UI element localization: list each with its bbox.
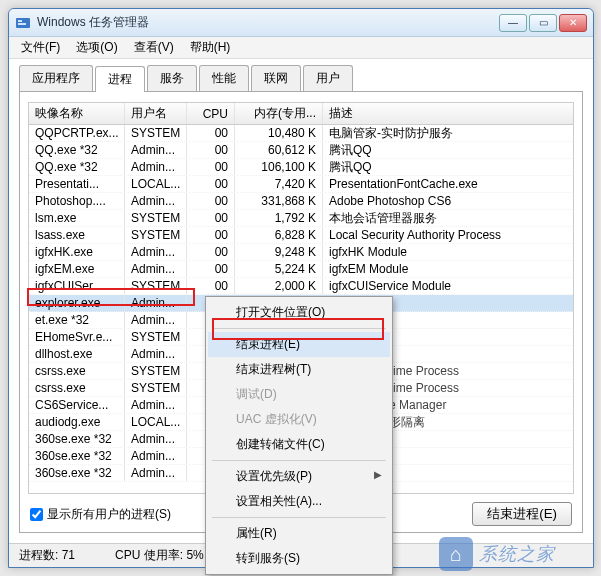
cell-name: CS6Service... <box>29 397 125 413</box>
cell-cpu: 00 <box>187 261 235 277</box>
table-row[interactable]: Presentati...LOCAL...007,420 KPresentati… <box>29 176 573 193</box>
col-memory[interactable]: 内存(专用... <box>235 103 323 124</box>
cell-name: lsass.exe <box>29 227 125 243</box>
col-description[interactable]: 描述 <box>323 103 573 124</box>
status-cpu: CPU 使用率: 5% <box>115 547 204 564</box>
menu-help[interactable]: 帮助(H) <box>182 37 239 58</box>
cell-cpu: 00 <box>187 278 235 294</box>
cell-cpu: 00 <box>187 193 235 209</box>
context-menu-item[interactable]: 设置相关性(A)... <box>208 489 390 514</box>
cell-user: SYSTEM <box>125 227 187 243</box>
cell-name: explorer.exe <box>29 295 125 311</box>
cell-mem: 106,100 K <box>235 159 323 175</box>
context-menu: 打开文件位置(O)结束进程(E)结束进程树(T)调试(D)UAC 虚拟化(V)创… <box>205 296 393 575</box>
tab-processes[interactable]: 进程 <box>95 66 145 92</box>
col-cpu[interactable]: CPU <box>187 103 235 124</box>
cell-user: Admin... <box>125 193 187 209</box>
cell-user: Admin... <box>125 244 187 260</box>
cell-name: igfxCUISer... <box>29 278 125 294</box>
table-row[interactable]: Photoshop....Admin...00331,868 KAdobe Ph… <box>29 193 573 210</box>
show-all-users-checkbox[interactable]: 显示所有用户的进程(S) <box>30 506 171 523</box>
cell-name: csrss.exe <box>29 363 125 379</box>
col-image-name[interactable]: 映像名称 <box>29 103 125 124</box>
cell-name: audiodg.exe <box>29 414 125 430</box>
menu-options[interactable]: 选项(O) <box>68 37 125 58</box>
cell-user: SYSTEM <box>125 278 187 294</box>
cell-name: QQ.exe *32 <box>29 142 125 158</box>
cell-cpu: 00 <box>187 210 235 226</box>
context-menu-item: UAC 虚拟化(V) <box>208 407 390 432</box>
app-icon <box>15 15 31 31</box>
cell-mem: 7,420 K <box>235 176 323 192</box>
context-menu-item[interactable]: 转到服务(S) <box>208 546 390 571</box>
context-menu-item[interactable]: 结束进程树(T) <box>208 357 390 382</box>
minimize-button[interactable]: — <box>499 14 527 32</box>
cell-name: igfxEM.exe <box>29 261 125 277</box>
table-row[interactable]: igfxEM.exeAdmin...005,224 KigfxEM Module <box>29 261 573 278</box>
menu-file[interactable]: 文件(F) <box>13 37 68 58</box>
cell-mem: 331,868 K <box>235 193 323 209</box>
show-all-users-input[interactable] <box>30 508 43 521</box>
cell-cpu: 00 <box>187 142 235 158</box>
cell-user: Admin... <box>125 142 187 158</box>
cell-desc: 电脑管家-实时防护服务 <box>323 125 573 141</box>
cell-cpu: 00 <box>187 227 235 243</box>
svg-rect-1 <box>18 20 22 22</box>
tab-applications[interactable]: 应用程序 <box>19 65 93 91</box>
cell-desc: 腾讯QQ <box>323 159 573 175</box>
cell-cpu: 00 <box>187 176 235 192</box>
table-row[interactable]: igfxHK.exeAdmin...009,248 KigfxHK Module <box>29 244 573 261</box>
cell-desc: 本地会话管理器服务 <box>323 210 573 226</box>
tab-networking[interactable]: 联网 <box>251 65 301 91</box>
cell-desc: 腾讯QQ <box>323 142 573 158</box>
context-menu-item: 调试(D) <box>208 382 390 407</box>
cell-user: LOCAL... <box>125 414 187 430</box>
cell-mem: 1,792 K <box>235 210 323 226</box>
table-row[interactable]: QQ.exe *32Admin...0060,612 K腾讯QQ <box>29 142 573 159</box>
cell-name: QQPCRTP.ex... <box>29 125 125 141</box>
cell-name: et.exe *32 <box>29 312 125 328</box>
tab-users[interactable]: 用户 <box>303 65 353 91</box>
cell-name: 360se.exe *32 <box>29 448 125 464</box>
svg-rect-2 <box>18 23 26 25</box>
tab-strip: 应用程序 进程 服务 性能 联网 用户 <box>19 65 583 92</box>
cell-user: Admin... <box>125 397 187 413</box>
cell-name: lsm.exe <box>29 210 125 226</box>
cell-user: SYSTEM <box>125 210 187 226</box>
cell-cpu: 00 <box>187 125 235 141</box>
context-menu-item[interactable]: 结束进程(E) <box>208 332 390 357</box>
cell-name: csrss.exe <box>29 380 125 396</box>
context-menu-item[interactable]: 打开文件位置(O) <box>208 300 390 325</box>
table-header: 映像名称 用户名 CPU 内存(专用... 描述 <box>29 103 573 125</box>
table-row[interactable]: QQ.exe *32Admin...00106,100 K腾讯QQ <box>29 159 573 176</box>
cell-user: SYSTEM <box>125 125 187 141</box>
cell-mem: 6,828 K <box>235 227 323 243</box>
cell-name: igfxHK.exe <box>29 244 125 260</box>
cell-name: QQ.exe *32 <box>29 159 125 175</box>
cell-mem: 60,612 K <box>235 142 323 158</box>
cell-cpu: 00 <box>187 159 235 175</box>
cell-user: Admin... <box>125 448 187 464</box>
cell-mem: 10,480 K <box>235 125 323 141</box>
cell-mem: 2,000 K <box>235 278 323 294</box>
menu-view[interactable]: 查看(V) <box>126 37 182 58</box>
context-menu-item[interactable]: 设置优先级(P)▶ <box>208 464 390 489</box>
titlebar[interactable]: Windows 任务管理器 — ▭ ✕ <box>9 9 593 37</box>
table-row[interactable]: lsass.exeSYSTEM006,828 KLocal Security A… <box>29 227 573 244</box>
table-row[interactable]: lsm.exeSYSTEM001,792 K本地会话管理器服务 <box>29 210 573 227</box>
tab-services[interactable]: 服务 <box>147 65 197 91</box>
cell-name: 360se.exe *32 <box>29 431 125 447</box>
context-menu-item[interactable]: 创建转储文件(C) <box>208 432 390 457</box>
cell-user: Admin... <box>125 312 187 328</box>
col-user[interactable]: 用户名 <box>125 103 187 124</box>
cell-user: SYSTEM <box>125 329 187 345</box>
tab-performance[interactable]: 性能 <box>199 65 249 91</box>
context-menu-item[interactable]: 属性(R) <box>208 521 390 546</box>
table-row[interactable]: QQPCRTP.ex...SYSTEM0010,480 K电脑管家-实时防护服务 <box>29 125 573 142</box>
maximize-button[interactable]: ▭ <box>529 14 557 32</box>
context-menu-separator <box>212 460 386 461</box>
table-row[interactable]: igfxCUISer...SYSTEM002,000 KigfxCUIServi… <box>29 278 573 295</box>
cell-desc: Adobe Photoshop CS6 <box>323 193 573 209</box>
end-process-button[interactable]: 结束进程(E) <box>472 502 572 526</box>
close-button[interactable]: ✕ <box>559 14 587 32</box>
